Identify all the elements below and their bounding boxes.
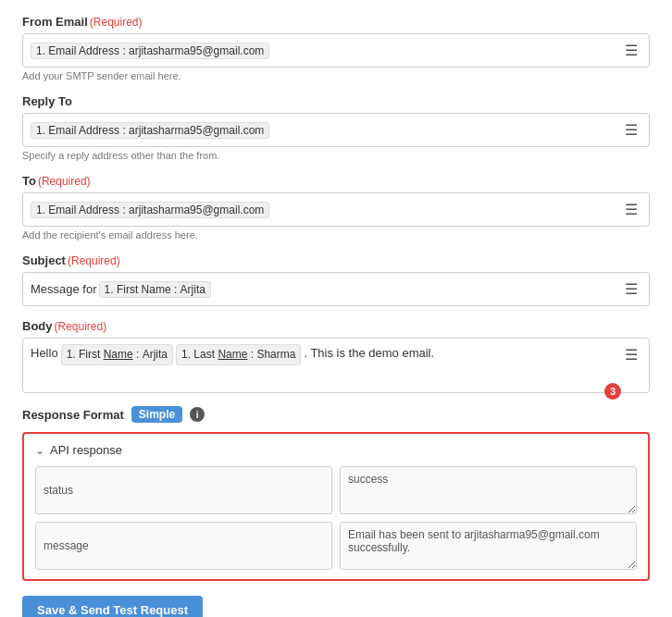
subject-chip: 1. First Name : Arjita (99, 281, 211, 298)
to-section: To(Required) 1. Email Address : arjitash… (22, 174, 650, 241)
reply-to-menu-icon[interactable]: ☰ (621, 119, 641, 141)
to-menu-icon[interactable]: ☰ (621, 199, 641, 220)
chevron-down-icon[interactable]: ⌄ (35, 444, 44, 457)
from-email-helper: Add your SMTP sender email here. (22, 70, 650, 81)
to-label: To(Required) (22, 174, 650, 188)
reply-to-section: Reply To 1. Email Address : arjitasharma… (22, 94, 650, 161)
reply-to-helper: Specify a reply address other than the f… (22, 150, 650, 161)
from-email-input-row[interactable]: 1. Email Address : arjitasharma95@gmail.… (22, 33, 650, 68)
simple-badge: Simple (131, 406, 182, 423)
api-message-value-input[interactable]: Email has been sent to arjitasharma95@gm… (340, 522, 637, 570)
body-chip-firstname: 1. First Name : Arjita (61, 344, 173, 365)
from-email-section: From Email(Required) 1. Email Address : … (22, 15, 650, 81)
body-label: Body(Required) (22, 319, 650, 333)
from-email-label: From Email(Required) (22, 15, 650, 29)
api-status-key-input[interactable] (35, 466, 332, 514)
subject-input-row[interactable]: Message for 1. First Name : Arjita ☰ (22, 272, 650, 306)
api-response-grid: success Email has been sent to arjitasha… (35, 466, 637, 570)
from-email-content: 1. Email Address : arjitasharma95@gmail.… (31, 43, 621, 59)
subject-label: Subject(Required) (22, 253, 650, 267)
reply-to-label: Reply To (22, 94, 650, 108)
body-section: Body(Required) Hello 1. First Name : Arj… (22, 319, 650, 393)
api-message-key-input[interactable] (35, 522, 332, 570)
body-chip-lastname: 1. Last Name : Sharma (176, 344, 301, 365)
body-content: Hello 1. First Name : Arjita 1. Last Nam… (31, 344, 621, 365)
response-format-row: Response Format Simple i (22, 406, 650, 423)
save-send-button[interactable]: Save & Send Test Request (22, 596, 203, 617)
info-icon[interactable]: i (190, 407, 205, 422)
from-email-chip: 1. Email Address : arjitasharma95@gmail.… (31, 43, 269, 59)
api-response-header: ⌄ API response (35, 443, 637, 457)
api-status-value-input[interactable]: success (340, 466, 637, 514)
reply-to-input-row[interactable]: 1. Email Address : arjitasharma95@gmail.… (22, 113, 650, 147)
body-menu-icon[interactable]: ☰ (621, 344, 641, 365)
response-format-label: Response Format (22, 408, 124, 422)
api-response-section: ⌄ API response success Email has been se… (22, 432, 650, 581)
subject-section: Subject(Required) Message for 1. First N… (22, 253, 650, 306)
to-chip: 1. Email Address : arjitasharma95@gmail.… (31, 202, 269, 218)
to-helper: Add the recipient's email address here. (22, 229, 650, 241)
body-badge: 3 (604, 383, 621, 400)
subject-menu-icon[interactable]: ☰ (621, 278, 641, 300)
reply-to-content: 1. Email Address : arjitasharma95@gmail.… (31, 122, 621, 139)
from-email-menu-icon[interactable]: ☰ (621, 40, 641, 61)
reply-to-chip: 1. Email Address : arjitasharma95@gmail.… (31, 122, 269, 139)
body-input-row[interactable]: Hello 1. First Name : Arjita 1. Last Nam… (22, 338, 650, 393)
subject-content: Message for 1. First Name : Arjita (31, 281, 621, 298)
to-input-row[interactable]: 1. Email Address : arjitasharma95@gmail.… (22, 192, 650, 227)
to-content: 1. Email Address : arjitasharma95@gmail.… (31, 202, 621, 218)
